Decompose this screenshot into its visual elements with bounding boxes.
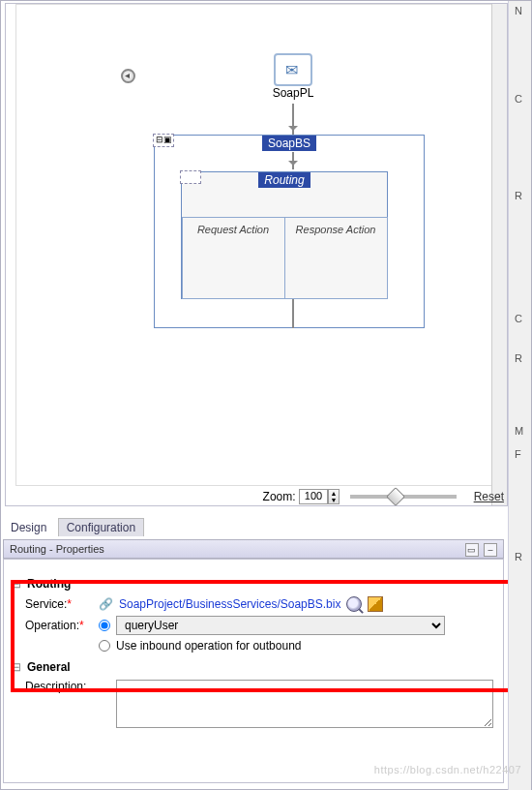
design-canvas[interactable]: SoapPL ⊟▣ SoapBS Routing Request Action … (5, 3, 508, 506)
side-letter: M (515, 425, 523, 437)
pencil-icon[interactable] (368, 596, 383, 612)
search-icon[interactable] (346, 596, 362, 612)
description-textarea[interactable] (116, 680, 493, 728)
link-icon: 🔗 (99, 597, 113, 611)
operation-radio-inbound[interactable] (99, 640, 110, 652)
side-letter: R (515, 352, 522, 364)
soap-bs-label: SoapBS (262, 136, 316, 151)
operation-label: Operation:* (25, 619, 93, 632)
side-letter: C (515, 313, 522, 324)
zoom-spinner[interactable]: ▲▼ (328, 489, 340, 504)
minimize-icon[interactable]: – (484, 543, 497, 557)
collapse-toggle-icon[interactable]: ⊟▣ (153, 134, 174, 147)
right-strip: NCRCRMFR (508, 1, 531, 790)
zoom-bar: Zoom: 100▲▼ Reset (5, 489, 508, 506)
zoom-reset-link[interactable]: Reset (474, 490, 504, 503)
arrow-down-icon (292, 299, 294, 328)
properties-panel-body: Routing Service:* 🔗 SoapProject/Business… (3, 559, 504, 783)
description-label: Description: (25, 680, 93, 693)
section-general[interactable]: General (12, 660, 495, 674)
soap-pl-label: SoapPL (264, 86, 322, 100)
service-value-link[interactable]: SoapProject/BusinessServices/SoapBS.bix (119, 597, 340, 611)
zoom-slider[interactable] (350, 495, 457, 499)
collapse-toggle-icon[interactable] (180, 170, 201, 184)
section-routing[interactable]: Routing (12, 577, 495, 591)
inbound-option-label: Use inbound operation for outbound (116, 639, 301, 653)
routing-node-label: Routing (258, 172, 310, 188)
zoom-label: Zoom: (263, 490, 296, 503)
service-label: Service:* (25, 597, 93, 611)
side-letter: F (515, 448, 521, 460)
side-letter: N (515, 5, 522, 16)
vertical-scrollbar[interactable] (491, 4, 507, 505)
side-letter: R (515, 190, 522, 201)
arrow-down-icon (292, 152, 294, 169)
arrow-down-icon (292, 104, 294, 135)
soap-pl-node[interactable]: SoapPL (264, 53, 322, 100)
response-action-column[interactable]: Response Action (284, 217, 388, 299)
side-letter: R (515, 551, 522, 562)
slider-thumb-icon[interactable] (386, 487, 405, 506)
operation-select[interactable]: queryUser (116, 616, 445, 635)
restore-icon[interactable]: ▭ (465, 543, 479, 557)
routing-container[interactable]: Routing Request Action Response Action (181, 171, 388, 299)
properties-title: Routing - Properties (10, 543, 104, 555)
side-letter: C (515, 93, 522, 105)
request-action-column[interactable]: Request Action (182, 217, 285, 299)
start-node-icon[interactable] (121, 69, 135, 83)
envelope-icon (274, 53, 312, 86)
zoom-value-input[interactable]: 100 (299, 489, 328, 504)
properties-panel-header: Routing - Properties ▭ – (3, 539, 504, 559)
tab-design[interactable]: Design (3, 519, 54, 536)
operation-radio-specify[interactable] (99, 620, 110, 631)
tab-configuration[interactable]: Configuration (58, 518, 144, 536)
